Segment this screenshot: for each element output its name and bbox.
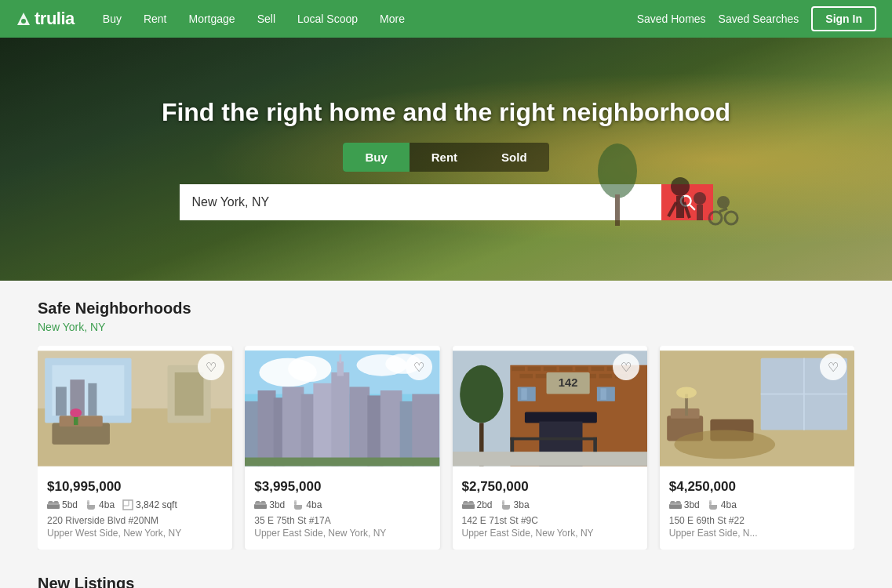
svg-rect-20 — [56, 387, 67, 416]
svg-point-4 — [671, 177, 690, 196]
svg-rect-5 — [676, 196, 684, 218]
property-card: 142 ♡ $2,750,000 — [453, 346, 647, 550]
card-info: $4,250,000 3bd 4ba 150 E 69th St #22 Upp… — [660, 471, 854, 550]
svg-point-66 — [460, 365, 503, 423]
new-listings-title: New Listings — [38, 575, 854, 588]
card-image: 142 ♡ — [453, 346, 647, 471]
svg-line-7 — [684, 202, 690, 218]
saved-homes-link[interactable]: Saved Homes — [637, 13, 706, 25]
nav-sell[interactable]: Sell — [248, 8, 285, 30]
nav-mortgage[interactable]: Mortgage — [180, 8, 245, 30]
card-details: 5bd 4ba 3,842 sqft — [47, 499, 223, 510]
card-baths: 4ba — [708, 499, 737, 510]
nav-more[interactable]: More — [370, 8, 414, 30]
tab-sold[interactable]: Sold — [479, 143, 549, 172]
logo-text: trulia — [35, 9, 75, 29]
svg-rect-34 — [87, 500, 89, 502]
bath-icon — [708, 499, 719, 510]
card-image: ♡ — [660, 346, 854, 471]
card-beds: 5bd — [47, 499, 78, 510]
svg-rect-92 — [600, 388, 606, 400]
svg-rect-119 — [709, 500, 712, 502]
svg-rect-64 — [294, 500, 297, 502]
save-property-3-button[interactable]: ♡ — [613, 354, 639, 380]
svg-rect-100 — [469, 501, 473, 503]
tab-buy[interactable]: Buy — [343, 143, 409, 172]
svg-point-2 — [598, 143, 637, 198]
svg-point-113 — [676, 387, 697, 398]
svg-rect-99 — [464, 501, 468, 503]
nav-buy[interactable]: Buy — [93, 8, 131, 30]
svg-rect-57 — [413, 394, 440, 466]
svg-rect-73 — [559, 367, 573, 372]
svg-text:142: 142 — [558, 376, 577, 389]
svg-rect-50 — [332, 372, 350, 466]
svg-rect-83 — [599, 374, 612, 379]
property-card: ♡ $3,995,000 3bd 4ba 35 E 75th St #17A U… — [245, 346, 439, 550]
svg-rect-22 — [88, 383, 96, 416]
card-price: $10,995,000 — [47, 479, 223, 495]
svg-rect-72 — [543, 367, 556, 372]
svg-point-41 — [288, 356, 331, 382]
svg-rect-58 — [245, 458, 439, 466]
card-baths: 3ba — [501, 499, 530, 510]
svg-point-8 — [694, 192, 706, 205]
svg-rect-116 — [671, 501, 675, 503]
save-property-1-button[interactable]: ♡ — [198, 354, 224, 380]
saved-searches-link[interactable]: Saved Searches — [719, 13, 799, 25]
card-details: 3bd 4ba — [254, 499, 430, 510]
nav-links: Buy Rent Mortgage Sell Local Scoop More — [93, 8, 637, 30]
bed-icon — [462, 500, 475, 510]
logo[interactable]: trulia — [16, 9, 75, 29]
card-address: 150 E 69th St #22 — [669, 515, 845, 526]
svg-rect-53 — [350, 387, 370, 466]
svg-rect-93 — [453, 452, 647, 466]
svg-rect-85 — [524, 412, 596, 423]
svg-rect-28 — [175, 372, 204, 416]
nav-right: Saved Homes Saved Searches Sign In — [637, 6, 876, 31]
svg-rect-31 — [49, 501, 53, 503]
card-info: $3,995,000 3bd 4ba 35 E 75th St #17A Upp… — [245, 471, 439, 550]
card-price: $4,250,000 — [669, 479, 845, 495]
bed-icon — [669, 500, 682, 510]
sqft-icon — [122, 499, 133, 510]
card-image: ♡ — [245, 346, 439, 471]
card-price: $3,995,000 — [254, 479, 430, 495]
bed-icon — [254, 500, 267, 510]
card-beds: 3bd — [669, 499, 700, 510]
svg-rect-70 — [512, 367, 525, 372]
svg-rect-109 — [671, 408, 700, 419]
svg-rect-35 — [123, 500, 133, 510]
card-neighborhood: Upper East Side, New York, NY — [462, 528, 638, 539]
svg-rect-102 — [502, 500, 504, 502]
svg-point-111 — [674, 430, 775, 459]
svg-rect-32 — [54, 501, 58, 503]
svg-rect-24 — [60, 416, 103, 426]
sign-in-button[interactable]: Sign In — [811, 6, 876, 31]
hero-title: Find the right home and the right neighb… — [162, 98, 730, 127]
svg-point-12 — [725, 212, 737, 224]
card-neighborhood: Upper West Side, New York, NY — [47, 528, 223, 539]
card-beds: 3bd — [254, 499, 285, 510]
save-property-4-button[interactable]: ♡ — [820, 354, 846, 380]
bath-icon — [501, 499, 512, 510]
hero-silhouettes — [594, 124, 751, 265]
safe-neighborhoods-subtitle: New York, NY — [38, 321, 854, 333]
svg-line-13 — [719, 209, 727, 212]
nav-local-scoop[interactable]: Local Scoop — [288, 8, 367, 30]
tab-rent[interactable]: Rent — [410, 143, 479, 172]
bottom-section: New Listings New York, NY — [0, 575, 892, 588]
card-address: 220 Riverside Blvd #20NM — [47, 515, 223, 526]
card-beds: 2bd — [462, 499, 493, 510]
svg-rect-71 — [527, 367, 541, 372]
nav-rent[interactable]: Rent — [134, 8, 177, 30]
search-input[interactable] — [180, 184, 661, 220]
navbar: trulia Buy Rent Mortgage Sell Local Scoo… — [0, 0, 892, 38]
save-property-2-button[interactable]: ♡ — [406, 354, 432, 380]
property-card: ♡ $10,995,000 5bd 4ba 3,842 sqft — [38, 346, 232, 550]
svg-point-11 — [709, 212, 722, 224]
svg-rect-96 — [510, 437, 596, 441]
svg-point-10 — [717, 196, 730, 209]
svg-rect-117 — [676, 501, 680, 503]
card-info: $10,995,000 5bd 4ba 3,842 sqft 22 — [38, 471, 232, 550]
